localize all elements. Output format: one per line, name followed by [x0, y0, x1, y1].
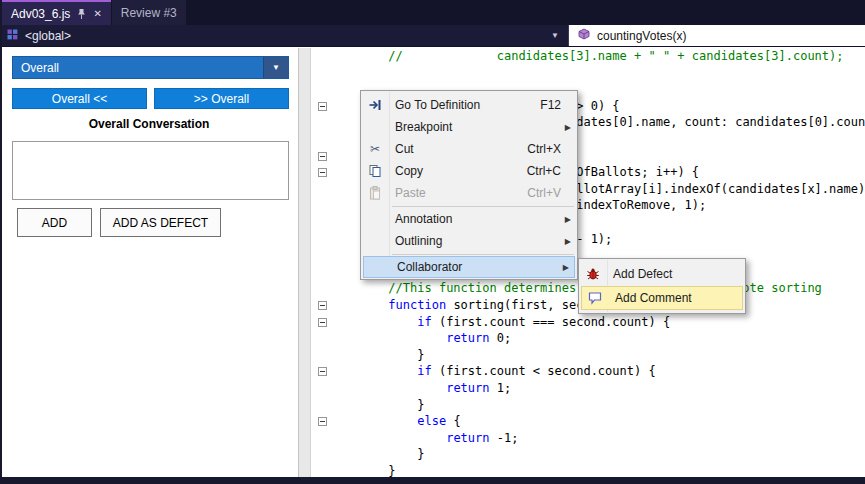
overall-dropdown-value: Overall: [21, 61, 59, 75]
document-tabbar: Adv03_6.js ✕ Review #3: [0, 0, 865, 25]
fold-collapse-icon[interactable]: [318, 417, 327, 426]
chevron-down-icon: ▼: [551, 31, 559, 40]
fold-collapse-icon[interactable]: [318, 367, 327, 376]
code-line: }: [345, 397, 424, 414]
goto-definition-icon: [361, 98, 389, 112]
menu-item-label: Copy: [389, 164, 423, 178]
status-bar: [0, 477, 865, 484]
add-button[interactable]: ADD: [17, 208, 92, 237]
menu-item-paste[interactable]: PasteCtrl+V: [361, 182, 577, 204]
code-line: // candidates[3].name + " " + candidates…: [345, 48, 844, 65]
scope-dropdown[interactable]: <global> ▼: [0, 25, 568, 46]
copy-icon: [361, 164, 389, 178]
overall-prev-button[interactable]: Overall <<: [12, 88, 147, 109]
code-line: return -1;: [345, 430, 518, 447]
bug-icon: [579, 267, 607, 281]
menu-item-cut[interactable]: ✂CutCtrl+X: [361, 138, 577, 160]
menu-shortcut: F12: [540, 98, 561, 112]
method-icon: [578, 28, 590, 43]
chevron-down-icon: ▼: [263, 57, 288, 78]
menu-item-label: Breakpoint: [389, 120, 452, 134]
scope-label: <global>: [25, 29, 71, 43]
menu-item-label: Outlining: [389, 234, 442, 248]
code-line: }: [345, 463, 396, 477]
overall-next-button[interactable]: >> Overall: [154, 88, 289, 109]
menu-item-label: Paste: [389, 186, 426, 200]
menu-item-breakpoint[interactable]: Breakpoint▶: [361, 116, 577, 138]
comment-icon: [581, 291, 609, 305]
fold-collapse-icon[interactable]: [318, 152, 327, 161]
fold-collapse-icon[interactable]: [318, 168, 327, 177]
overall-dropdown[interactable]: Overall ▼: [12, 56, 289, 79]
menu-item-label: Cut: [389, 142, 414, 156]
menu-shortcut: Ctrl+C: [527, 164, 561, 178]
menu-item-annotation[interactable]: Annotation▶: [361, 208, 577, 230]
menu-item-label: Add Defect: [607, 267, 672, 281]
panel-splitter[interactable]: [298, 48, 311, 477]
code-line: if (first.count < second.count) {: [345, 363, 656, 380]
menu-item-label: Collaborator: [391, 260, 462, 274]
navigation-bar: <global> ▼ countingVotes(x): [0, 25, 865, 47]
add-as-defect-button[interactable]: ADD AS DEFECT: [100, 208, 221, 237]
menu-item-label: Annotation: [389, 212, 452, 226]
context-menu: Go To DefinitionF12Breakpoint▶✂CutCtrl+X…: [360, 90, 578, 280]
submenu-arrow-icon: ▶: [563, 263, 569, 272]
tab-adv03-6-js[interactable]: Adv03_6.js ✕: [2, 0, 111, 25]
pin-icon[interactable]: [77, 8, 86, 20]
tab-label: Review #3: [121, 6, 177, 20]
menu-item-go-to-definition[interactable]: Go To DefinitionF12: [361, 94, 577, 116]
code-line: else {: [345, 413, 461, 430]
code-line: return 0;: [345, 330, 511, 347]
submenu-arrow-icon: ▶: [565, 237, 571, 246]
conversation-input[interactable]: [12, 141, 289, 200]
global-scope-icon: [7, 29, 18, 43]
code-line: return 1;: [345, 380, 511, 397]
collaborator-panel: Overall ▼ Overall << >> Overall Overall …: [0, 48, 298, 477]
paste-icon: [361, 186, 389, 200]
menu-shortcut: Ctrl+V: [527, 186, 561, 200]
code-line: }: [345, 347, 424, 364]
fold-collapse-icon[interactable]: [318, 102, 327, 111]
member-label: countingVotes(x): [597, 29, 686, 43]
menu-item-collaborator[interactable]: Collaborator▶: [363, 256, 575, 278]
menu-item-copy[interactable]: CopyCtrl+C: [361, 160, 577, 182]
collaborator-submenu: Add DefectAdd Comment: [578, 258, 746, 314]
menu-item-outlining[interactable]: Outlining▶: [361, 230, 577, 252]
menu-item-label: Add Comment: [609, 291, 692, 305]
member-dropdown[interactable]: countingVotes(x): [568, 25, 865, 46]
submenu-arrow-icon: ▶: [565, 215, 571, 224]
submenu-arrow-icon: ▶: [565, 123, 571, 132]
vs-window: Adv03_6.js ✕ Review #3 <global> ▼ counti…: [0, 0, 865, 484]
tab-label: Adv03_6.js: [11, 7, 70, 21]
submenu-item-add-defect[interactable]: Add Defect: [579, 262, 745, 286]
fold-collapse-icon[interactable]: [318, 318, 327, 327]
menu-item-label: Go To Definition: [389, 98, 480, 112]
code-line: }: [345, 446, 424, 463]
code-line: if (first.count === second.count) {: [345, 314, 670, 331]
fold-collapse-icon[interactable]: [318, 301, 327, 310]
panel-heading: Overall Conversation: [0, 117, 298, 131]
submenu-item-add-comment[interactable]: Add Comment: [581, 286, 743, 310]
tab-review-3[interactable]: Review #3: [112, 0, 186, 25]
menu-shortcut: Ctrl+X: [527, 142, 561, 156]
close-icon[interactable]: ✕: [93, 9, 101, 19]
window-edge: [0, 0, 2, 484]
scissors-icon: ✂: [361, 143, 389, 155]
